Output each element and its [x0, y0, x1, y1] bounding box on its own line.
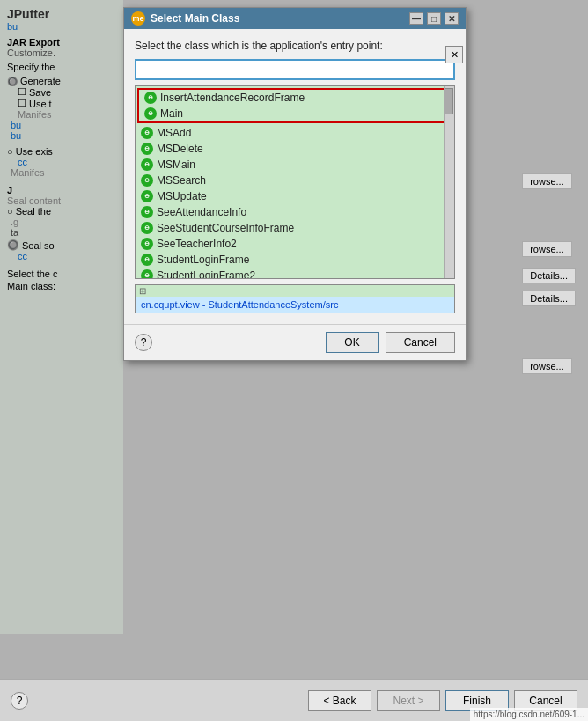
class-icon-11: ⊖ [141, 254, 153, 266]
source-header: ⊞ [136, 285, 454, 297]
class-name-8: SeeAttendanceInfo [157, 206, 246, 218]
scrollbar-thumb[interactable] [445, 88, 453, 114]
titlebar-left: me Select Main Class [131, 11, 239, 26]
modal-help-button[interactable]: ? [135, 334, 152, 351]
select-main-class-dialog: me Select Main Class — □ ✕ Select the cl… [123, 7, 467, 361]
ok-button[interactable]: OK [326, 332, 378, 353]
grid-icon: ⊞ [139, 286, 146, 296]
class-icon-12: ⊖ [141, 269, 153, 279]
class-item-studentlogin[interactable]: ⊖ StudentLoginFrame [136, 252, 454, 268]
modal-footer: ? OK Cancel [124, 324, 466, 360]
class-list[interactable]: ⊖ InsertAttendanceRecordFrame ⊖ Main ⊖ M… [135, 85, 455, 279]
class-name-9: SeeStudentCourseInfoFrame [157, 222, 294, 234]
class-item-msdelete[interactable]: ⊖ MSDelete [136, 141, 454, 157]
footer-buttons: OK Cancel [326, 332, 455, 353]
browse-button-3[interactable]: rowse... [522, 358, 572, 374]
class-icon-1: ⊖ [144, 92, 157, 104]
modal-body: Select the class which is the applicatio… [124, 29, 466, 324]
class-icon-6: ⊖ [141, 174, 153, 187]
class-icon-7: ⊖ [141, 190, 153, 202]
class-item-seeattendance[interactable]: ⊖ SeeAttendanceInfo [136, 204, 454, 220]
source-section: ⊞ cn.cqupt.view - StudentAttendanceSyste… [135, 284, 455, 313]
class-icon-2: ⊖ [144, 107, 157, 120]
class-name-5: MSMain [157, 158, 195, 171]
class-icon-8: ⊖ [141, 206, 153, 218]
help-button[interactable]: ? [11, 692, 28, 710]
next-button[interactable]: Next > [377, 690, 440, 711]
url-bar: https://blog.csdn.net/609-1... [470, 708, 588, 721]
class-item-insert-attendance[interactable]: ⊖ InsertAttendanceRecordFrame [139, 90, 451, 106]
class-icon-4: ⊖ [141, 143, 153, 155]
details-button-2[interactable]: Details... [522, 291, 576, 306]
source-item[interactable]: cn.cqupt.view - StudentAttendanceSystem/… [136, 297, 454, 313]
behind-close-button[interactable]: ✕ [445, 46, 463, 63]
class-icon-3: ⊖ [141, 127, 153, 139]
class-icon-5: ⊖ [141, 158, 153, 171]
modal-app-icon: me [131, 11, 145, 26]
class-item-main[interactable]: ⊖ Main [139, 106, 451, 121]
class-name-3: MSAdd [157, 127, 191, 139]
modal-cancel-button[interactable]: Cancel [386, 332, 455, 353]
titlebar-controls: — □ ✕ [409, 12, 459, 25]
class-item-seestudentcourse[interactable]: ⊖ SeeStudentCourseInfoFrame [136, 220, 454, 236]
modal-title: Select Main Class [151, 12, 239, 25]
right-side-area: rowse... rowse... Details... Details... … [518, 172, 579, 376]
class-item-msupdate[interactable]: ⊖ MSUpdate [136, 188, 454, 204]
restore-button[interactable]: □ [427, 12, 441, 25]
class-name-2: Main [160, 107, 183, 120]
class-name-6: MSSearch [157, 174, 206, 187]
details-button-1[interactable]: Details... [522, 268, 576, 283]
class-item-mssearch[interactable]: ⊖ MSSearch [136, 173, 454, 188]
back-button[interactable]: < Back [308, 690, 371, 711]
class-icon-10: ⊖ [141, 238, 153, 250]
class-item-msmain[interactable]: ⊖ MSMain [136, 157, 454, 173]
class-item-studentlogin2[interactable]: ⊖ StudentLoginFrame2 [136, 268, 454, 279]
class-name-4: MSDelete [157, 143, 203, 155]
highlighted-group: ⊖ InsertAttendanceRecordFrame ⊖ Main [137, 88, 452, 123]
class-name-12: StudentLoginFrame2 [157, 269, 255, 279]
browse-button-1[interactable]: rowse... [522, 173, 572, 189]
browse-button-2[interactable]: rowse... [522, 241, 572, 257]
class-name-1: InsertAttendanceRecordFrame [160, 92, 305, 104]
class-name-7: MSUpdate [157, 190, 207, 202]
modal-description: Select the class which is the applicatio… [135, 40, 455, 52]
class-icon-9: ⊖ [141, 222, 153, 234]
class-name-11: StudentLoginFrame [157, 254, 249, 266]
scrollbar-track[interactable] [444, 86, 454, 278]
close-button[interactable]: ✕ [445, 12, 459, 25]
class-item-msadd[interactable]: ⊖ MSAdd [136, 125, 454, 141]
class-name-10: SeeTeacherInfo2 [157, 238, 237, 250]
modal-titlebar: me Select Main Class — □ ✕ [124, 8, 466, 29]
class-search-input[interactable] [135, 59, 455, 80]
class-item-seeteacher[interactable]: ⊖ SeeTeacherInfo2 [136, 236, 454, 252]
minimize-button[interactable]: — [409, 12, 423, 25]
